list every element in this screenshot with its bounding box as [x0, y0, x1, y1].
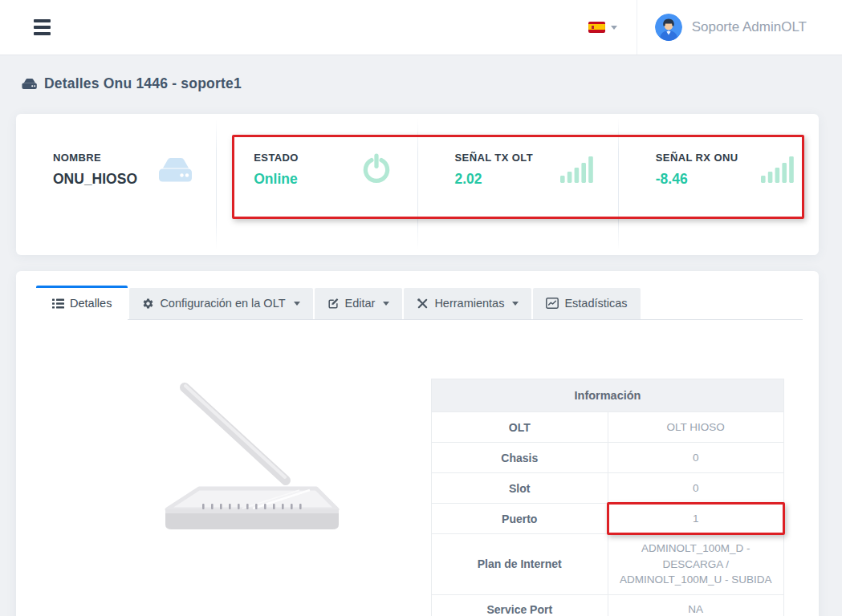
- device-icon: [155, 154, 192, 184]
- stat-senal-tx: SEÑAL TX OLT 2.02: [418, 114, 618, 255]
- signal-bars-icon: [560, 156, 594, 183]
- breadcrumb-title: Detalles Onu 1446 - soporte1: [20, 75, 242, 92]
- language-selector[interactable]: [569, 0, 637, 55]
- row-label: Slot: [432, 473, 608, 504]
- row-value: NA: [608, 594, 784, 616]
- puerto-value: 1: [693, 513, 699, 525]
- user-menu[interactable]: Soporte AdminOLT: [637, 0, 842, 55]
- chart-icon: [546, 298, 559, 309]
- power-icon: [360, 152, 393, 186]
- row-label: Chasis: [432, 443, 608, 473]
- row-label: Service Port: [432, 594, 608, 616]
- table-row-service-port: Service Port NA: [432, 594, 784, 616]
- stat-estado: ESTADO Online: [217, 114, 417, 255]
- signal-bars-icon: [761, 156, 795, 183]
- stat-senal-tx-label: SEÑAL TX OLT: [455, 152, 534, 164]
- table-row-puerto: Puerto 1: [432, 504, 784, 534]
- avatar: [655, 14, 682, 41]
- row-label: Puerto: [432, 504, 608, 534]
- info-table-header: Información: [432, 379, 784, 412]
- stat-nombre-value: ONU_HIOSO: [53, 171, 137, 188]
- tools-icon: [417, 298, 429, 310]
- stat-senal-tx-value: 2.02: [455, 171, 534, 188]
- stat-senal-rx-label: SEÑAL RX ONU: [656, 152, 738, 164]
- stat-senal-rx-value: -8.46: [656, 171, 738, 188]
- row-value: OLT HIOSO: [608, 412, 784, 443]
- tab-label: Configuración en la OLT: [160, 297, 285, 310]
- tab-configuracion-olt[interactable]: Configuración en la OLT: [129, 288, 312, 319]
- tab-detalles[interactable]: Detalles: [36, 286, 128, 320]
- top-navbar: Soporte AdminOLT: [0, 0, 842, 55]
- row-value: ADMINOLT_100M_D - DESCARGA / ADMINOLT_10…: [608, 534, 784, 595]
- info-table: Información OLT OLT HIOSO Chasis 0 Slot …: [431, 379, 784, 616]
- stat-estado-label: ESTADO: [254, 152, 299, 164]
- row-label: OLT: [432, 412, 608, 443]
- tab-editar[interactable]: Editar: [315, 288, 403, 319]
- spain-flag-icon: [588, 22, 605, 33]
- tab-label: Estadísticas: [564, 297, 627, 310]
- table-row-plan-internet: Plan de Internet ADMINOLT_100M_D - DESCA…: [432, 534, 784, 595]
- stat-nombre-label: NOMBRE: [53, 152, 137, 164]
- stat-nombre: NOMBRE ONU_HIOSO: [16, 114, 216, 255]
- row-value: 0: [608, 473, 784, 504]
- tab-bar: Detalles Configuración en la OLT Editar: [36, 282, 803, 320]
- table-row-slot: Slot 0: [432, 473, 784, 504]
- details-card: Detalles Configuración en la OLT Editar: [16, 271, 819, 616]
- chevron-down-icon: [512, 302, 519, 306]
- user-name: Soporte AdminOLT: [692, 19, 807, 35]
- stat-senal-rx: SEÑAL RX ONU -8.46: [619, 114, 819, 255]
- tab-label: Detalles: [70, 297, 112, 310]
- row-value: 0: [608, 443, 784, 473]
- tab-label: Editar: [345, 297, 376, 310]
- table-row-olt: OLT OLT HIOSO: [432, 412, 784, 443]
- row-value: 1: [608, 504, 784, 534]
- onu-title-icon: [20, 77, 37, 91]
- chevron-down-icon: [383, 302, 389, 306]
- onu-product-image: [153, 376, 345, 536]
- page-title: Detalles Onu 1446 - soporte1: [44, 75, 242, 92]
- hamburger-menu-icon[interactable]: [31, 16, 54, 38]
- edit-icon: [327, 298, 340, 310]
- tab-content-detalles: Información OLT OLT HIOSO Chasis 0 Slot …: [16, 320, 819, 616]
- list-icon: [52, 298, 64, 309]
- tab-herramientas[interactable]: Herramientas: [404, 288, 531, 319]
- chevron-down-icon: [611, 26, 617, 30]
- stat-estado-value: Online: [254, 171, 299, 188]
- tab-estadisticas[interactable]: Estadísticas: [533, 288, 640, 319]
- tab-label: Herramientas: [434, 297, 504, 310]
- row-label: Plan de Internet: [432, 534, 608, 595]
- onu-summary-card: NOMBRE ONU_HIOSO ESTADO Online SEÑAL: [16, 114, 819, 255]
- gear-icon: [142, 298, 154, 310]
- chevron-down-icon: [294, 302, 300, 306]
- table-row-chasis: Chasis 0: [432, 443, 784, 473]
